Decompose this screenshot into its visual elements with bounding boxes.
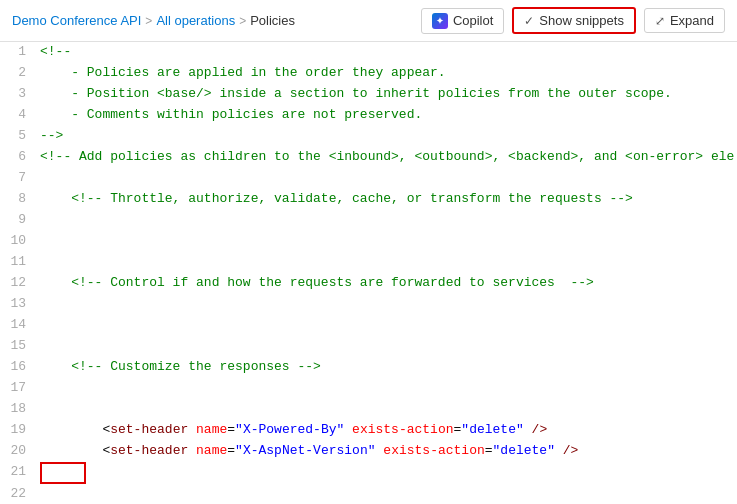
line-number: 11 [0,252,36,273]
line-content: <set-header name="X-AspNet-Version" exis… [36,441,737,462]
copilot-label: Copilot [453,13,493,28]
line-number: 14 [0,315,36,336]
line-number: 7 [0,168,36,189]
line-content: <!-- Control if and how the requests are… [36,273,737,294]
table-row: 7 [0,168,737,189]
line-number: 4 [0,105,36,126]
breadcrumb-part2[interactable]: All operations [156,13,235,28]
line-content: <set-header name="X-Powered-By" exists-a… [36,420,737,441]
breadcrumb-sep1: > [145,14,152,28]
expand-button[interactable]: ⤢ Expand [644,8,725,33]
table-row: 14 [0,315,737,336]
line-number: 12 [0,273,36,294]
line-content [36,294,737,315]
table-row: 18 [0,399,737,420]
expand-label: Expand [670,13,714,28]
line-content [36,399,737,420]
line-number: 9 [0,210,36,231]
table-row: 2 - Policies are applied in the order th… [0,63,737,84]
line-content [36,231,737,252]
line-number: 1 [0,42,36,63]
header-actions: ✦ Copilot ✓ Show snippets ⤢ Expand [421,7,725,34]
line-content [36,336,737,357]
line-number: 3 [0,84,36,105]
table-row: 19 <set-header name="X-Powered-By" exist… [0,420,737,441]
table-row: 15 [0,336,737,357]
header-bar: Demo Conference API > All operations > P… [0,0,737,42]
line-number: 22 [0,484,36,504]
line-number: 21 [0,462,36,484]
snippet-icon: ✓ [524,14,534,28]
line-content [36,252,737,273]
line-number: 13 [0,294,36,315]
table-row: 4 - Comments within policies are not pre… [0,105,737,126]
line-number: 2 [0,63,36,84]
table-row: 8 <!-- Throttle, authorize, validate, ca… [0,189,737,210]
line-number: 17 [0,378,36,399]
table-row: 3 - Position <base/> inside a section to… [0,84,737,105]
line-number: 20 [0,441,36,462]
line-number: 10 [0,231,36,252]
line-content [36,462,737,484]
breadcrumb-sep2: > [239,14,246,28]
line-content [36,484,737,504]
table-row: 1<!-- [0,42,737,63]
line-content: - Position <base/> inside a section to i… [36,84,737,105]
line-content: <!-- Add policies as children to the <in… [36,147,737,168]
show-snippets-label: Show snippets [539,13,624,28]
line-content [36,168,737,189]
line-content [36,315,737,336]
line-content: --> [36,126,737,147]
line-content [36,378,737,399]
table-row: 20 <set-header name="X-AspNet-Version" e… [0,441,737,462]
table-row: 6<!-- Add policies as children to the <i… [0,147,737,168]
expand-icon: ⤢ [655,14,665,28]
line-content [36,210,737,231]
table-row: 21 [0,462,737,484]
copilot-icon: ✦ [432,13,448,29]
table-row: 16 <!-- Customize the responses --> [0,357,737,378]
breadcrumb: Demo Conference API > All operations > P… [12,13,295,28]
line-content: - Policies are applied in the order they… [36,63,737,84]
table-row: 17 [0,378,737,399]
line-content: - Comments within policies are not prese… [36,105,737,126]
table-row: 9 [0,210,737,231]
table-row: 11 [0,252,737,273]
line-number: 8 [0,189,36,210]
line-number: 19 [0,420,36,441]
line-content: <!-- Customize the responses --> [36,357,737,378]
line-number: 16 [0,357,36,378]
table-row: 12 <!-- Control if and how the requests … [0,273,737,294]
table-row: 13 [0,294,737,315]
line-content: <!-- Throttle, authorize, validate, cach… [36,189,737,210]
show-snippets-button[interactable]: ✓ Show snippets [512,7,636,34]
code-table: 1<!--2 - Policies are applied in the ord… [0,42,737,504]
line-content: <!-- [36,42,737,63]
line-number: 18 [0,399,36,420]
line-number: 5 [0,126,36,147]
breadcrumb-part1[interactable]: Demo Conference API [12,13,141,28]
table-row: 22 [0,484,737,504]
line-number: 15 [0,336,36,357]
line-number: 6 [0,147,36,168]
code-editor[interactable]: 1<!--2 - Policies are applied in the ord… [0,42,737,504]
table-row: 5--> [0,126,737,147]
table-row: 10 [0,231,737,252]
breadcrumb-part3: Policies [250,13,295,28]
copilot-button[interactable]: ✦ Copilot [421,8,504,34]
